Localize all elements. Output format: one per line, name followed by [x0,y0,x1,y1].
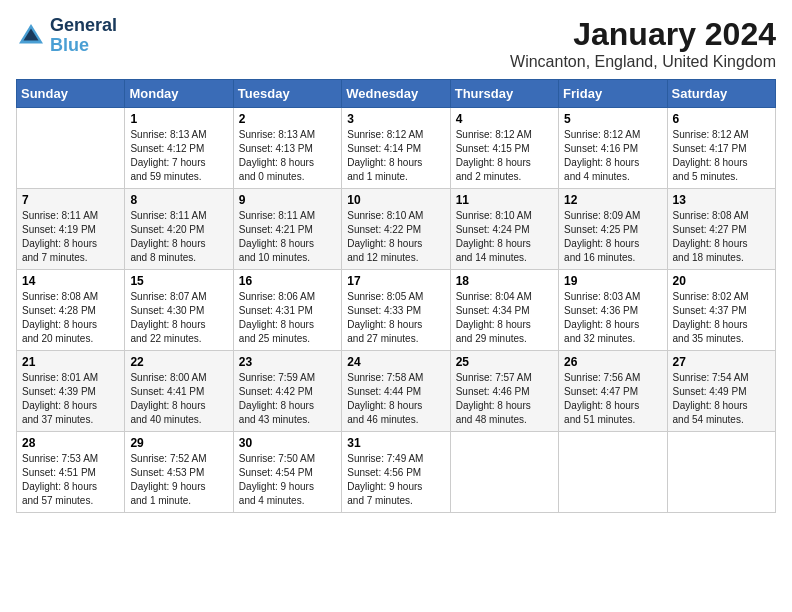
day-info: Sunrise: 8:08 AM Sunset: 4:28 PM Dayligh… [22,290,119,346]
calendar-cell [667,432,775,513]
day-info: Sunrise: 7:56 AM Sunset: 4:47 PM Dayligh… [564,371,661,427]
calendar-cell: 3Sunrise: 8:12 AM Sunset: 4:14 PM Daylig… [342,108,450,189]
calendar-cell [17,108,125,189]
logo: General Blue [16,16,117,56]
calendar-cell: 11Sunrise: 8:10 AM Sunset: 4:24 PM Dayli… [450,189,558,270]
location: Wincanton, England, United Kingdom [510,53,776,71]
day-number: 17 [347,274,444,288]
day-info: Sunrise: 8:08 AM Sunset: 4:27 PM Dayligh… [673,209,770,265]
calendar-table: SundayMondayTuesdayWednesdayThursdayFrid… [16,79,776,513]
calendar-cell: 9Sunrise: 8:11 AM Sunset: 4:21 PM Daylig… [233,189,341,270]
calendar-cell: 2Sunrise: 8:13 AM Sunset: 4:13 PM Daylig… [233,108,341,189]
logo-line2: Blue [50,35,89,55]
day-number: 10 [347,193,444,207]
day-number: 15 [130,274,227,288]
day-number: 16 [239,274,336,288]
day-info: Sunrise: 7:59 AM Sunset: 4:42 PM Dayligh… [239,371,336,427]
calendar-cell: 7Sunrise: 8:11 AM Sunset: 4:19 PM Daylig… [17,189,125,270]
day-number: 31 [347,436,444,450]
day-info: Sunrise: 8:05 AM Sunset: 4:33 PM Dayligh… [347,290,444,346]
calendar-cell: 12Sunrise: 8:09 AM Sunset: 4:25 PM Dayli… [559,189,667,270]
day-info: Sunrise: 8:13 AM Sunset: 4:13 PM Dayligh… [239,128,336,184]
day-number: 14 [22,274,119,288]
calendar-cell: 6Sunrise: 8:12 AM Sunset: 4:17 PM Daylig… [667,108,775,189]
day-info: Sunrise: 8:12 AM Sunset: 4:15 PM Dayligh… [456,128,553,184]
page-header: General Blue January 2024 Wincanton, Eng… [16,16,776,71]
day-number: 12 [564,193,661,207]
week-row-4: 21Sunrise: 8:01 AM Sunset: 4:39 PM Dayli… [17,351,776,432]
day-info: Sunrise: 8:03 AM Sunset: 4:36 PM Dayligh… [564,290,661,346]
day-number: 4 [456,112,553,126]
day-info: Sunrise: 8:12 AM Sunset: 4:17 PM Dayligh… [673,128,770,184]
day-info: Sunrise: 8:12 AM Sunset: 4:14 PM Dayligh… [347,128,444,184]
week-row-2: 7Sunrise: 8:11 AM Sunset: 4:19 PM Daylig… [17,189,776,270]
day-info: Sunrise: 8:01 AM Sunset: 4:39 PM Dayligh… [22,371,119,427]
day-number: 28 [22,436,119,450]
calendar-cell: 4Sunrise: 8:12 AM Sunset: 4:15 PM Daylig… [450,108,558,189]
day-info: Sunrise: 8:11 AM Sunset: 4:19 PM Dayligh… [22,209,119,265]
day-info: Sunrise: 8:07 AM Sunset: 4:30 PM Dayligh… [130,290,227,346]
day-number: 27 [673,355,770,369]
logo-text: General Blue [50,16,117,56]
day-number: 23 [239,355,336,369]
day-number: 1 [130,112,227,126]
day-number: 11 [456,193,553,207]
day-number: 29 [130,436,227,450]
calendar-cell: 23Sunrise: 7:59 AM Sunset: 4:42 PM Dayli… [233,351,341,432]
day-number: 30 [239,436,336,450]
day-info: Sunrise: 8:02 AM Sunset: 4:37 PM Dayligh… [673,290,770,346]
calendar-cell: 22Sunrise: 8:00 AM Sunset: 4:41 PM Dayli… [125,351,233,432]
day-info: Sunrise: 7:49 AM Sunset: 4:56 PM Dayligh… [347,452,444,508]
day-number: 5 [564,112,661,126]
weekday-header-friday: Friday [559,80,667,108]
day-number: 9 [239,193,336,207]
weekday-header-tuesday: Tuesday [233,80,341,108]
day-number: 24 [347,355,444,369]
day-number: 7 [22,193,119,207]
calendar-cell: 31Sunrise: 7:49 AM Sunset: 4:56 PM Dayli… [342,432,450,513]
day-info: Sunrise: 8:11 AM Sunset: 4:20 PM Dayligh… [130,209,227,265]
week-row-3: 14Sunrise: 8:08 AM Sunset: 4:28 PM Dayli… [17,270,776,351]
day-info: Sunrise: 8:10 AM Sunset: 4:24 PM Dayligh… [456,209,553,265]
calendar-cell: 24Sunrise: 7:58 AM Sunset: 4:44 PM Dayli… [342,351,450,432]
day-info: Sunrise: 7:58 AM Sunset: 4:44 PM Dayligh… [347,371,444,427]
calendar-cell: 10Sunrise: 8:10 AM Sunset: 4:22 PM Dayli… [342,189,450,270]
month-title: January 2024 [510,16,776,53]
day-info: Sunrise: 7:54 AM Sunset: 4:49 PM Dayligh… [673,371,770,427]
day-number: 21 [22,355,119,369]
day-number: 26 [564,355,661,369]
day-number: 25 [456,355,553,369]
logo-icon [16,21,46,51]
day-number: 6 [673,112,770,126]
day-info: Sunrise: 7:50 AM Sunset: 4:54 PM Dayligh… [239,452,336,508]
day-info: Sunrise: 8:04 AM Sunset: 4:34 PM Dayligh… [456,290,553,346]
calendar-cell [559,432,667,513]
day-number: 18 [456,274,553,288]
day-info: Sunrise: 8:00 AM Sunset: 4:41 PM Dayligh… [130,371,227,427]
calendar-cell: 28Sunrise: 7:53 AM Sunset: 4:51 PM Dayli… [17,432,125,513]
day-info: Sunrise: 7:57 AM Sunset: 4:46 PM Dayligh… [456,371,553,427]
calendar-cell: 14Sunrise: 8:08 AM Sunset: 4:28 PM Dayli… [17,270,125,351]
weekday-header-thursday: Thursday [450,80,558,108]
calendar-cell: 5Sunrise: 8:12 AM Sunset: 4:16 PM Daylig… [559,108,667,189]
weekday-header-sunday: Sunday [17,80,125,108]
day-info: Sunrise: 8:06 AM Sunset: 4:31 PM Dayligh… [239,290,336,346]
day-number: 2 [239,112,336,126]
calendar-cell [450,432,558,513]
calendar-cell: 20Sunrise: 8:02 AM Sunset: 4:37 PM Dayli… [667,270,775,351]
weekday-header-saturday: Saturday [667,80,775,108]
calendar-cell: 25Sunrise: 7:57 AM Sunset: 4:46 PM Dayli… [450,351,558,432]
day-info: Sunrise: 7:53 AM Sunset: 4:51 PM Dayligh… [22,452,119,508]
calendar-cell: 30Sunrise: 7:50 AM Sunset: 4:54 PM Dayli… [233,432,341,513]
day-number: 13 [673,193,770,207]
calendar-cell: 8Sunrise: 8:11 AM Sunset: 4:20 PM Daylig… [125,189,233,270]
day-info: Sunrise: 8:11 AM Sunset: 4:21 PM Dayligh… [239,209,336,265]
title-block: January 2024 Wincanton, England, United … [510,16,776,71]
logo-line1: General [50,16,117,36]
calendar-cell: 21Sunrise: 8:01 AM Sunset: 4:39 PM Dayli… [17,351,125,432]
day-info: Sunrise: 7:52 AM Sunset: 4:53 PM Dayligh… [130,452,227,508]
day-info: Sunrise: 8:10 AM Sunset: 4:22 PM Dayligh… [347,209,444,265]
calendar-cell: 26Sunrise: 7:56 AM Sunset: 4:47 PM Dayli… [559,351,667,432]
day-info: Sunrise: 8:13 AM Sunset: 4:12 PM Dayligh… [130,128,227,184]
calendar-cell: 29Sunrise: 7:52 AM Sunset: 4:53 PM Dayli… [125,432,233,513]
